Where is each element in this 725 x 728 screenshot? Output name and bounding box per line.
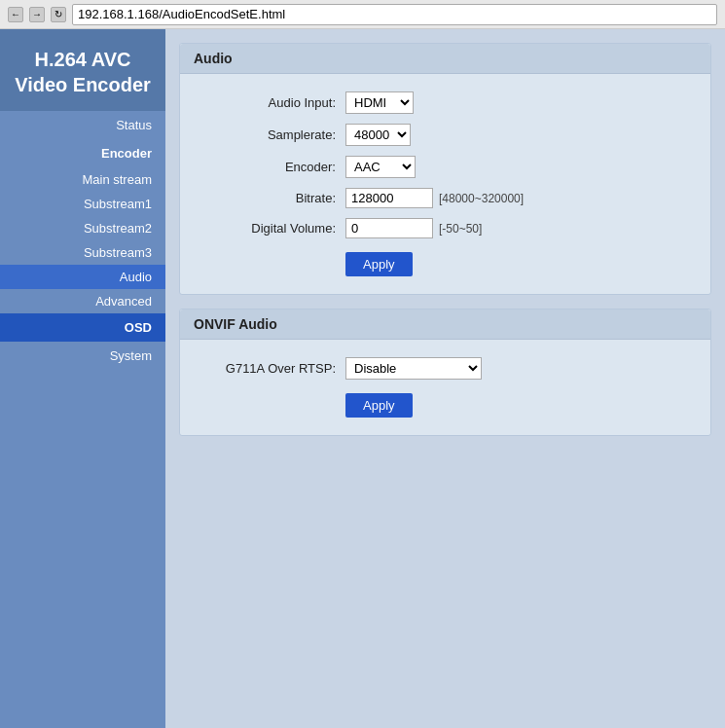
bitrate-input[interactable] xyxy=(345,188,433,208)
sidebar-item-audio[interactable]: Audio xyxy=(0,265,165,289)
encoder-select[interactable]: AAC G711A G711U xyxy=(345,156,416,178)
onvif-section-title: ONVIF Audio xyxy=(180,309,710,340)
back-button[interactable]: ← xyxy=(8,7,23,22)
browser-bar: ← → ↻ xyxy=(0,0,725,29)
g711a-rtsp-row: G711A Over RTSP: Disable Enable xyxy=(199,357,691,380)
sidebar-item-main-stream[interactable]: Main stream xyxy=(0,167,165,192)
onvif-apply-button[interactable]: Apply xyxy=(345,393,413,418)
bitrate-hint: [48000~320000] xyxy=(439,192,524,205)
audio-input-select[interactable]: HDMI Line In xyxy=(345,91,414,114)
audio-apply-button[interactable]: Apply xyxy=(345,252,413,276)
g711a-rtsp-label: G711A Over RTSP: xyxy=(199,361,336,376)
g711a-rtsp-select[interactable]: Disable Enable xyxy=(345,357,482,380)
digital-volume-input[interactable] xyxy=(345,218,433,238)
sidebar-item-system[interactable]: System xyxy=(0,342,165,370)
encoder-row: Encoder: AAC G711A G711U xyxy=(199,156,691,178)
digital-volume-hint: [-50~50] xyxy=(439,222,482,236)
sidebar-item-osd[interactable]: OSD xyxy=(0,313,165,342)
sidebar-item-substream1[interactable]: Substream1 xyxy=(0,192,165,216)
sidebar-item-substream2[interactable]: Substream2 xyxy=(0,216,165,240)
samplerate-label: Samplerate: xyxy=(199,127,336,142)
digital-volume-row: Digital Volume: [-50~50] xyxy=(199,218,691,238)
main-content: Audio Audio Input: HDMI Line In Samplera… xyxy=(165,29,725,728)
audio-input-label: Audio Input: xyxy=(199,95,336,110)
address-bar[interactable] xyxy=(72,4,717,25)
samplerate-row: Samplerate: 48000 44100 32000 xyxy=(199,124,691,146)
sidebar-section-encoder: Encoder xyxy=(0,139,165,167)
refresh-button[interactable]: ↻ xyxy=(51,7,66,22)
sidebar-item-substream3[interactable]: Substream3 xyxy=(0,240,165,265)
onvif-section-card: ONVIF Audio G711A Over RTSP: Disable Ena… xyxy=(179,309,711,436)
audio-section-body: Audio Input: HDMI Line In Samplerate: 48… xyxy=(180,74,710,294)
audio-section-title: Audio xyxy=(180,44,710,74)
page-layout: H.264 AVC Video Encoder Status Encoder M… xyxy=(0,29,725,728)
audio-section-card: Audio Audio Input: HDMI Line In Samplera… xyxy=(179,43,711,295)
onvif-section-body: G711A Over RTSP: Disable Enable Apply xyxy=(180,340,710,435)
forward-button[interactable]: → xyxy=(29,7,45,22)
bitrate-label: Bitrate: xyxy=(199,191,336,205)
audio-input-row: Audio Input: HDMI Line In xyxy=(199,91,691,114)
sidebar-item-advanced[interactable]: Advanced xyxy=(0,289,165,313)
app-logo: H.264 AVC Video Encoder xyxy=(0,29,165,111)
sidebar-item-status[interactable]: Status xyxy=(0,111,165,139)
sidebar: H.264 AVC Video Encoder Status Encoder M… xyxy=(0,29,165,728)
bitrate-row: Bitrate: [48000~320000] xyxy=(199,188,691,208)
samplerate-select[interactable]: 48000 44100 32000 xyxy=(345,124,411,146)
encoder-label: Encoder: xyxy=(199,160,336,174)
digital-volume-label: Digital Volume: xyxy=(199,221,336,236)
